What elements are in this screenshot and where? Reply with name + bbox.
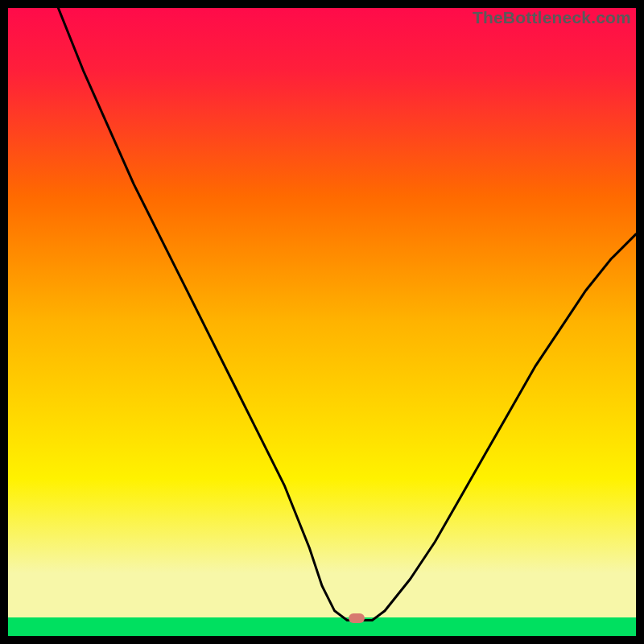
optimal-point-marker [349, 613, 365, 623]
outer-frame: TheBottleneck.com [0, 0, 644, 644]
bottleneck-curve [8, 8, 636, 636]
plot-area: TheBottleneck.com [8, 8, 636, 636]
watermark-text: TheBottleneck.com [473, 8, 631, 27]
